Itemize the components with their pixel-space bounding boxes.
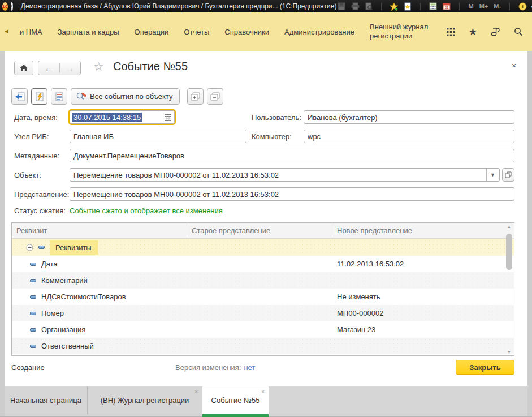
favorites-icon[interactable]: ★ <box>469 26 477 38</box>
object-open-button[interactable] <box>502 168 514 182</box>
functions-menu-icon[interactable] <box>447 28 455 36</box>
date-picker-icon[interactable] <box>161 111 174 123</box>
group-row-attributes[interactable]: Реквизиты <box>12 239 514 256</box>
collapse-all-button[interactable] <box>207 88 223 105</box>
new-value: Не изменять <box>332 293 514 301</box>
attribute-icon <box>30 279 36 282</box>
version-link[interactable]: нет <box>244 363 255 372</box>
collapse-toggle-icon[interactable] <box>26 244 33 251</box>
attribute-icon <box>30 328 36 332</box>
attribute-name: Комментарий <box>41 276 88 285</box>
forward-button[interactable]: → <box>59 63 81 73</box>
attribute-icon <box>30 263 36 266</box>
print-icon[interactable] <box>350 2 360 11</box>
svg-text:31: 31 <box>445 6 449 10</box>
date-time-value: 30.07.2015 14:38:15 <box>72 113 142 122</box>
date-time-field[interactable]: 30.07.2015 14:38:15 <box>70 110 175 124</box>
section-items: и НМА Зарплата и кадры Операции Отчеты С… <box>20 12 433 51</box>
home-button[interactable] <box>14 61 33 75</box>
sections-scroll-left-icon[interactable]: ◀ <box>5 28 8 34</box>
date-time-label: Дата, время: <box>14 113 58 122</box>
new-value: Магазин 23 <box>332 325 514 334</box>
event-form: ← → ☆ Событие №55 × Все события по объек… <box>5 51 527 386</box>
attribute-icon <box>30 295 36 299</box>
metadata-field[interactable] <box>70 149 514 162</box>
object-dropdown-icon[interactable]: ▼ <box>486 169 499 181</box>
panel-tools: ★ <box>447 12 523 51</box>
history-icon[interactable] <box>491 27 500 36</box>
form-close-icon[interactable]: × <box>512 61 516 70</box>
all-events-by-object-button[interactable]: Все события по объекту <box>71 88 180 105</box>
changes-table: Реквизит Старое представление Новое пред… <box>11 222 514 356</box>
table-row[interactable]: Номер МН00-000002 <box>12 305 514 321</box>
tab-close-icon[interactable]: × <box>261 389 265 395</box>
column-new-presentation[interactable]: Новое представление <box>332 223 514 238</box>
section-operations[interactable]: Операции <box>135 28 169 36</box>
window-title: Демонстрационная база / Абдулов Юрий Вла… <box>21 2 337 10</box>
new-value: МН00-000002 <box>332 309 514 317</box>
scroll-down-icon[interactable]: ▼ <box>505 350 513 354</box>
table-row[interactable]: Организация Магазин 23 <box>12 321 514 338</box>
favorites-list-icon[interactable] <box>403 2 413 11</box>
back-button[interactable]: ← <box>38 63 59 73</box>
rib-node-field[interactable] <box>70 130 246 143</box>
table-scrollbar[interactable]: ▲ ▼ <box>505 223 513 355</box>
print-preview-icon[interactable] <box>364 2 374 11</box>
section-catalogs[interactable]: Справочники <box>224 28 269 36</box>
user-field[interactable] <box>304 110 514 124</box>
presentation-field[interactable] <box>70 187 514 201</box>
compression-status-value: Событие сжато и отображает все изменения <box>70 207 223 215</box>
calendar-icon[interactable]: 31 <box>442 2 452 11</box>
expand-all-button[interactable] <box>187 88 204 105</box>
table-row[interactable]: НДСвСтоимостиТоваров Не изменять <box>12 289 514 305</box>
tab-label: Событие №55 <box>211 396 260 405</box>
table-header: Реквизит Старое представление Новое пред… <box>12 223 514 239</box>
memory-m-button[interactable]: M <box>467 2 474 11</box>
computer-field[interactable] <box>304 130 514 143</box>
search-icon[interactable] <box>514 27 523 36</box>
scrollbar-thumb[interactable] <box>506 234 512 270</box>
column-attribute[interactable]: Реквизит <box>12 223 187 238</box>
object-label: Объект: <box>14 171 41 179</box>
column-old-presentation[interactable]: Старое представление <box>187 223 332 238</box>
table-row[interactable]: Ответственный <box>12 338 514 354</box>
scroll-up-icon[interactable]: ▲ <box>505 225 513 229</box>
tab-start-page[interactable]: Начальная страница <box>5 386 88 414</box>
attribute-group-icon <box>38 246 45 249</box>
memory-m-minus-button[interactable]: M- <box>492 2 502 11</box>
favorite-toggle-icon[interactable]: ☆ <box>93 60 104 74</box>
user-label: Пользователь: <box>252 113 301 122</box>
add-favorite-icon[interactable] <box>389 2 399 11</box>
all-events-by-object-label: Все события по объекту <box>90 92 172 101</box>
section-os-nma[interactable]: и НМА <box>20 28 42 36</box>
memory-m-plus-button[interactable]: M+ <box>478 2 490 11</box>
computer-label: Компьютер: <box>252 132 292 141</box>
calculator-icon[interactable] <box>428 2 438 11</box>
compression-status-label: Статус сжатия: <box>14 207 66 215</box>
close-form-button[interactable]: Закрыть <box>456 360 514 375</box>
tab-close-icon[interactable]: × <box>194 389 198 395</box>
table-row[interactable]: Комментарий <box>12 272 514 289</box>
presentation-label: Представление: <box>14 190 69 199</box>
section-administration[interactable]: Администрирование <box>284 28 354 36</box>
tab-label: (ВН) Журнал регистрации <box>101 396 189 405</box>
info-icon[interactable]: i <box>517 2 527 11</box>
attribute-name: Дата <box>41 260 58 268</box>
titlebar: 1С ▾ Демонстрационная база / Абдулов Юри… <box>0 0 532 12</box>
system-menu-button[interactable]: ▾ <box>11 2 13 11</box>
section-reports[interactable]: Отчеты <box>184 28 209 36</box>
section-external-event-log[interactable]: Внешний журнал регистрации <box>370 23 433 41</box>
object-field[interactable] <box>70 168 500 182</box>
tab-event-log[interactable]: (ВН) Журнал регистрации × <box>88 386 202 414</box>
attribute-name: Номер <box>41 309 64 317</box>
attribute-name: Ответственный <box>41 342 94 350</box>
report-button[interactable] <box>51 88 67 105</box>
table-row[interactable]: Дата 11.02.2013 16:53:02 <box>12 256 514 272</box>
section-salary-hr[interactable]: Зарплата и кадры <box>58 28 119 36</box>
go-to-journal-button[interactable] <box>11 88 28 105</box>
event-details-toggle-button[interactable] <box>31 88 47 105</box>
save-icon[interactable] <box>336 2 347 11</box>
tab-label: Начальная страница <box>10 396 81 405</box>
tab-event-55[interactable]: Событие №55 × <box>202 386 269 414</box>
new-value: 11.02.2013 16:53:02 <box>332 260 514 268</box>
